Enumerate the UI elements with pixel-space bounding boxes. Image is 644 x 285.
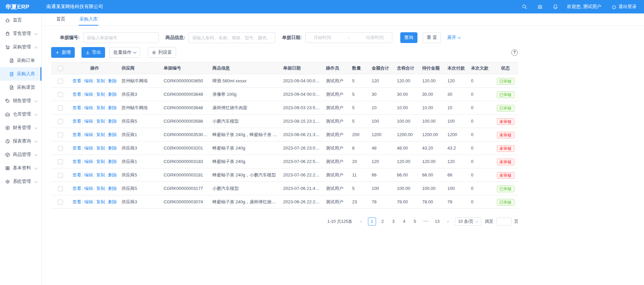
page-button-2[interactable]: 2 xyxy=(379,217,387,226)
cell-debt: 0 xyxy=(469,101,493,114)
sidebar-subitem-purchase-return[interactable]: 采购退货 xyxy=(0,81,41,94)
copy-link[interactable]: 复制 xyxy=(96,186,105,191)
page-size-select[interactable]: 10 条/页 xyxy=(455,217,481,226)
sidebar-item-report[interactable]: 报表查询 xyxy=(0,134,41,148)
edit-link[interactable]: 编辑 xyxy=(84,186,93,191)
row-checkbox[interactable] xyxy=(58,92,63,97)
copy-link[interactable]: 复制 xyxy=(96,132,105,137)
delete-link[interactable]: 删除 xyxy=(108,105,117,110)
row-checkbox[interactable] xyxy=(58,159,63,164)
delete-link[interactable]: 删除 xyxy=(108,186,117,191)
sidebar-item-purchase[interactable]: 采购管理 xyxy=(0,40,41,54)
sidebar-item-goods[interactable]: 商品管理 xyxy=(0,148,41,161)
page-button-13[interactable]: 13 xyxy=(433,217,441,226)
sidebar-item-system[interactable]: 系统管理 xyxy=(0,175,41,188)
delete-link[interactable]: 删除 xyxy=(108,92,117,97)
edit-link[interactable]: 编辑 xyxy=(84,92,93,97)
date-start-placeholder[interactable]: 开始时间 xyxy=(314,35,331,41)
view-link[interactable]: 查看 xyxy=(72,78,81,83)
copy-link[interactable]: 复制 xyxy=(96,172,105,177)
cell-paid: 66 xyxy=(445,168,469,181)
jump-page-input[interactable] xyxy=(496,217,512,226)
delete-link[interactable]: 删除 xyxy=(108,159,117,164)
delete-link[interactable]: 删除 xyxy=(108,199,117,204)
delete-link[interactable]: 删除 xyxy=(108,146,117,151)
view-link[interactable]: 查看 xyxy=(72,186,81,191)
page-button-3[interactable]: 3 xyxy=(389,217,398,226)
help-icon[interactable]: ? xyxy=(511,49,518,56)
row-checkbox[interactable] xyxy=(58,200,63,205)
copy-link[interactable]: 复制 xyxy=(96,105,105,110)
goods-info-input[interactable] xyxy=(189,32,275,43)
row-checkbox[interactable] xyxy=(58,146,63,151)
batch-ops-button[interactable]: 批量操作 xyxy=(109,47,140,58)
add-button[interactable]: 新增 xyxy=(51,47,75,58)
tab-purchase-in[interactable]: 采购入库 xyxy=(79,13,98,26)
select-all-checkbox[interactable] xyxy=(58,66,63,71)
edit-link[interactable]: 编辑 xyxy=(84,159,93,164)
view-link[interactable]: 查看 xyxy=(72,159,81,164)
export-button[interactable]: 导出 xyxy=(81,47,105,58)
search-button[interactable]: 查询 xyxy=(400,32,417,43)
page-button-1[interactable]: 1 xyxy=(368,217,376,226)
date-range-picker[interactable]: 开始时间 ~ 结束时间 xyxy=(305,32,392,43)
sidebar-item-retail[interactable]: 零售管理 xyxy=(0,27,41,40)
bill-no-input[interactable] xyxy=(83,32,159,43)
reset-button[interactable]: 重 置 xyxy=(423,32,441,43)
bell-icon[interactable] xyxy=(553,4,558,9)
sidebar-item-finance[interactable]: 财务管理 xyxy=(0,121,41,134)
next-page-button[interactable]: › xyxy=(444,217,452,226)
table-row: 查看|编辑|复制|删除供应商3CGRK00000003201蜂蜜柚子茶 240g… xyxy=(51,141,518,155)
view-link[interactable]: 查看 xyxy=(72,132,81,137)
bank-icon[interactable] xyxy=(537,4,543,9)
edit-link[interactable]: 编辑 xyxy=(84,146,93,151)
edit-link[interactable]: 编辑 xyxy=(84,132,93,137)
page-button-4[interactable]: 4 xyxy=(400,217,408,226)
page-button-5[interactable]: 5 xyxy=(411,217,419,226)
tab-home[interactable]: 首页 xyxy=(56,13,66,26)
cell-paid: 30 xyxy=(445,88,469,101)
edit-link[interactable]: 编辑 xyxy=(84,78,93,83)
sidebar-item-sales[interactable]: 销售管理 xyxy=(0,94,41,108)
cell-goods: 录像带 100g xyxy=(210,88,281,101)
copy-link[interactable]: 复制 xyxy=(96,119,105,124)
prev-page-button[interactable]: ‹ xyxy=(357,217,365,226)
edit-link[interactable]: 编辑 xyxy=(84,172,93,177)
page-ellipsis[interactable]: ••• xyxy=(422,217,431,226)
view-link[interactable]: 查看 xyxy=(72,172,81,177)
view-link[interactable]: 查看 xyxy=(72,146,81,151)
copy-link[interactable]: 复制 xyxy=(96,92,105,97)
row-checkbox[interactable] xyxy=(58,79,63,84)
copy-link[interactable]: 复制 xyxy=(96,199,105,204)
logout-button[interactable]: 退出登录 xyxy=(611,4,637,10)
date-end-placeholder[interactable]: 结束时间 xyxy=(366,35,383,41)
row-checkbox[interactable] xyxy=(58,119,63,124)
delete-link[interactable]: 删除 xyxy=(108,119,117,124)
copy-link[interactable]: 复制 xyxy=(96,159,105,164)
delete-link[interactable]: 删除 xyxy=(108,132,117,137)
sidebar-item-home[interactable]: 首页 xyxy=(0,13,41,27)
expand-link[interactable]: 展开 xyxy=(447,35,461,41)
edit-link[interactable]: 编辑 xyxy=(84,199,93,204)
row-checkbox[interactable] xyxy=(58,186,63,191)
copy-link[interactable]: 复制 xyxy=(96,78,105,83)
view-link[interactable]: 查看 xyxy=(72,199,81,204)
row-checkbox[interactable] xyxy=(58,173,63,178)
sidebar-subitem-purchase-in[interactable]: 采购入库 xyxy=(0,67,41,81)
view-link[interactable]: 查看 xyxy=(72,105,81,110)
edit-link[interactable]: 编辑 xyxy=(84,105,93,110)
column-settings-button[interactable]: 列设置 xyxy=(148,47,176,58)
delete-link[interactable]: 删除 xyxy=(108,172,117,177)
topbar: 华夏ERP 南通某某网络科技有限公司 欢迎您, 测试用户 退出登录 xyxy=(0,0,644,13)
row-checkbox[interactable] xyxy=(58,132,63,137)
delete-link[interactable]: 删除 xyxy=(108,78,117,83)
search-icon[interactable] xyxy=(522,4,527,9)
copy-link[interactable]: 复制 xyxy=(96,146,105,151)
view-link[interactable]: 查看 xyxy=(72,92,81,97)
sidebar-item-basic[interactable]: 基本资料 xyxy=(0,161,41,175)
view-link[interactable]: 查看 xyxy=(72,119,81,124)
row-checkbox[interactable] xyxy=(58,106,63,111)
sidebar-item-warehouse[interactable]: 仓库管理 xyxy=(0,108,41,121)
edit-link[interactable]: 编辑 xyxy=(84,119,93,124)
sidebar-subitem-purchase-order[interactable]: 采购订单 xyxy=(0,54,41,67)
